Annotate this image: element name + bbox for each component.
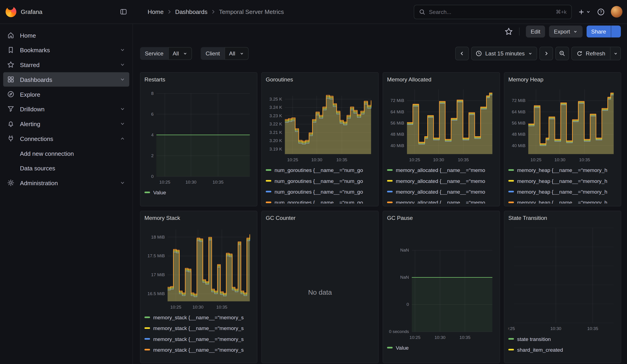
- sidebar-item-label: Connections: [20, 135, 53, 142]
- panel-title[interactable]: GC Counter: [262, 211, 378, 222]
- panel-title[interactable]: State Transition: [504, 211, 621, 222]
- legend-item[interactable]: num_goroutines {__name__="num_go: [266, 187, 374, 196]
- svg-text:10:25: 10:25: [170, 305, 181, 310]
- chevron-left-icon: [459, 51, 465, 56]
- chevron-down-icon: [120, 47, 125, 53]
- svg-text:10:30: 10:30: [550, 326, 561, 331]
- legend-item[interactable]: memory_stack {__name__="memory_s: [145, 312, 253, 322]
- time-shift-back-button[interactable]: [455, 47, 469, 60]
- edit-button[interactable]: Edit: [526, 26, 545, 38]
- service-variable-value[interactable]: All: [168, 47, 192, 60]
- star-dashboard-button[interactable]: [505, 28, 513, 36]
- panel-title[interactable]: Memory Heap: [504, 73, 621, 84]
- time-shift-forward-button[interactable]: [539, 47, 553, 60]
- share-button[interactable]: Share: [586, 26, 611, 38]
- panel-title[interactable]: Restarts: [140, 73, 257, 84]
- time-series-chart[interactable]: 3.19 K3.20 K3.21 K3.22 K3.23 K3.24 K3.25…: [266, 84, 374, 165]
- sidebar-item-alerting[interactable]: Alerting: [3, 116, 129, 131]
- time-series-chart[interactable]: 0246810:2510:3010:35: [145, 84, 253, 187]
- panel-title[interactable]: Goroutines: [262, 73, 378, 84]
- legend-item[interactable]: memory_heap {__name__="memory_h: [508, 198, 617, 204]
- svg-text:3.19 K: 3.19 K: [269, 147, 282, 152]
- export-button[interactable]: Export: [549, 26, 582, 38]
- legend-item[interactable]: memory_stack {__name__="memory_s: [145, 323, 253, 333]
- legend-item[interactable]: memory_heap {__name__="memory_h: [508, 176, 617, 186]
- time-series-chart[interactable]: 0 seconds0NaNNaN10:2510:3010:35: [387, 222, 496, 342]
- grafana-logo[interactable]: [6, 6, 16, 17]
- app-name: Grafana: [21, 8, 42, 15]
- sidebar-dock-toggle-icon[interactable]: [120, 8, 127, 15]
- legend-item[interactable]: memory_stack {__name__="memory_s: [145, 345, 253, 354]
- legend-item[interactable]: state transition: [508, 334, 617, 344]
- legend-series-label: memory_allocated {__name__="memo: [396, 178, 485, 184]
- legend-item[interactable]: memory_heap {__name__="memory_h: [508, 187, 617, 196]
- sidebar-item-connections[interactable]: Connections: [3, 131, 129, 146]
- legend-item[interactable]: memory_stack {__name__="memory_s: [145, 334, 253, 344]
- client-variable-value[interactable]: All: [225, 47, 248, 60]
- legend-item[interactable]: memory_heap {__name__="memory_h: [508, 165, 617, 175]
- svg-text:10:35: 10:35: [216, 305, 227, 310]
- sidebar-item-administration[interactable]: Administration: [3, 176, 129, 190]
- panel-memory-stack: Memory Stack16.5 MiB17 MiB17.5 MiB18 MiB…: [140, 211, 258, 363]
- new-button[interactable]: [578, 8, 591, 15]
- refresh-button[interactable]: Refresh: [572, 47, 610, 60]
- svg-text:64 MiB: 64 MiB: [391, 109, 404, 114]
- legend-item[interactable]: num_goroutines {__name__="num_go: [266, 165, 374, 175]
- legend-item[interactable]: memory_allocated {__name__="memo: [387, 176, 496, 186]
- sidebar-item-home[interactable]: Home: [3, 28, 129, 42]
- legend-series-label: memory_heap {__name__="memory_h: [517, 167, 607, 173]
- panel-title[interactable]: Memory Stack: [140, 211, 257, 222]
- share-menu-button[interactable]: [611, 26, 621, 38]
- svg-text:40 MiB: 40 MiB: [512, 143, 525, 148]
- zoom-out-button[interactable]: [555, 47, 569, 60]
- sidebar-item-label: Drilldown: [20, 105, 45, 112]
- panel-title[interactable]: Memory Allocated: [383, 73, 500, 84]
- refresh-interval-button[interactable]: [610, 47, 621, 60]
- sidebar-item-bookmarks[interactable]: Bookmarks: [3, 43, 129, 57]
- help-icon[interactable]: ?: [597, 8, 605, 16]
- sidebar-item-add-new-connection[interactable]: Add new connection: [3, 146, 129, 160]
- time-series-chart[interactable]: 10:2510:3010:35: [508, 222, 617, 333]
- sidebar-item-drilldown[interactable]: Drilldown: [3, 102, 129, 116]
- legend-series-label: memory_heap {__name__="memory_h: [517, 189, 607, 195]
- breadcrumb-item-home[interactable]: Home: [148, 8, 164, 15]
- panel-restarts: Restarts0246810:2510:3010:35Value: [140, 72, 258, 207]
- time-range-picker[interactable]: Last 15 minutes: [471, 47, 537, 60]
- grafana-app: Grafana HomeDashboardsTemporal Server Me…: [0, 0, 627, 364]
- chevron-down-icon: [120, 62, 125, 67]
- legend-item[interactable]: Value: [387, 343, 496, 352]
- time-series-chart[interactable]: 40 MiB48 MiB56 MiB64 MiB72 MiB10:2510:30…: [508, 84, 617, 165]
- svg-text:10:35: 10:35: [458, 157, 469, 162]
- legend-item[interactable]: num_goroutines {__name__="num_go: [266, 176, 374, 186]
- svg-text:10:30: 10:30: [433, 157, 444, 162]
- legend-item[interactable]: Value: [145, 188, 253, 197]
- breadcrumb-item-dashboards[interactable]: Dashboards: [175, 8, 208, 15]
- drilldown-icon: [7, 105, 15, 113]
- sidebar-item-data-sources[interactable]: Data sources: [3, 161, 129, 175]
- legend-item[interactable]: memory_allocated {__name__="memo: [387, 187, 496, 196]
- legend-series-color: [387, 169, 393, 171]
- legend-item[interactable]: num_goroutines {__name__="num_go: [266, 198, 374, 204]
- svg-text:3.20 K: 3.20 K: [269, 138, 282, 143]
- legend-item[interactable]: memory_allocated {__name__="memo: [387, 165, 496, 175]
- time-series-chart[interactable]: 16.5 MiB17 MiB17.5 MiB18 MiB10:2510:3010…: [145, 222, 253, 312]
- gear-icon: [7, 179, 15, 187]
- time-series-chart[interactable]: 40 MiB48 MiB56 MiB64 MiB72 MiB10:2510:30…: [387, 84, 496, 165]
- breadcrumb-separator: [166, 9, 172, 15]
- legend-item[interactable]: shard_item_created: [508, 345, 617, 354]
- sidebar-item-label: Home: [20, 32, 36, 39]
- legend-series-label: memory_stack {__name__="memory_s: [153, 325, 244, 331]
- topbar-left: Grafana: [0, 0, 133, 23]
- sidebar-item-dashboards[interactable]: Dashboards: [3, 72, 129, 87]
- search-placeholder: Search...: [429, 9, 552, 15]
- legend-series-color: [508, 349, 514, 351]
- search-input[interactable]: Search... ⌘+k: [414, 4, 572, 19]
- legend-series-color: [266, 180, 271, 182]
- panel-title[interactable]: GC Pause: [383, 211, 500, 222]
- legend-item[interactable]: memory_allocated {__name__="memo: [387, 198, 496, 204]
- sidebar-item-starred[interactable]: Starred: [3, 57, 129, 72]
- user-avatar[interactable]: [611, 6, 623, 18]
- toolbar-divider: [519, 28, 520, 36]
- sidebar-item-explore[interactable]: Explore: [3, 87, 129, 102]
- svg-text:48 MiB: 48 MiB: [512, 132, 525, 137]
